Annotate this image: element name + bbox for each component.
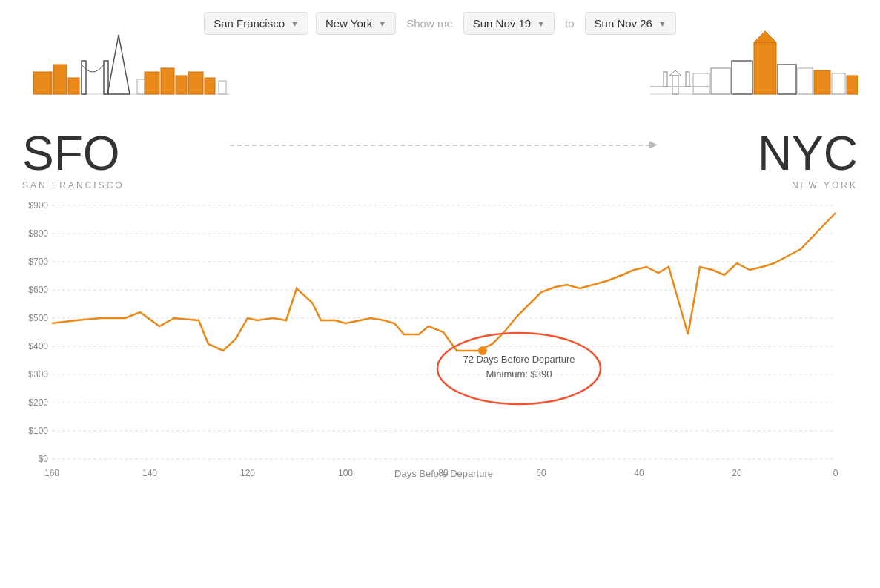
- svg-text:140: 140: [142, 468, 157, 478]
- svg-marker-25: [669, 70, 681, 76]
- to-city-arrow-icon: ▼: [378, 19, 386, 28]
- from-city-arrow-icon: ▼: [291, 19, 299, 28]
- svg-text:160: 160: [44, 468, 59, 478]
- x-axis-label: Days Before Departure: [394, 468, 493, 479]
- svg-rect-13: [219, 81, 226, 94]
- svg-text:$200: $200: [28, 397, 48, 408]
- svg-text:$0: $0: [39, 454, 49, 464]
- svg-rect-15: [754, 42, 776, 94]
- svg-text:120: 120: [240, 468, 255, 478]
- svg-rect-20: [814, 70, 830, 94]
- svg-rect-28: [686, 72, 689, 87]
- svg-text:60: 60: [536, 468, 546, 478]
- city-left: SFO SAN FRANCISCO: [22, 27, 230, 191]
- svg-text:$800: $800: [28, 228, 48, 239]
- right-city-code: NYC: [758, 130, 858, 177]
- date-from-label: Sun Nov 19: [473, 17, 531, 30]
- svg-marker-16: [754, 31, 776, 42]
- to-city-dropdown[interactable]: New York ▼: [316, 12, 396, 35]
- right-city-name: NEW YORK: [792, 180, 858, 191]
- svg-rect-29: [847, 76, 858, 94]
- svg-text:$700: $700: [28, 257, 48, 267]
- svg-text:0: 0: [833, 468, 838, 478]
- city-right: NYC NEW YORK: [650, 27, 858, 191]
- svg-rect-11: [205, 78, 215, 94]
- tooltip-line1: 72 Days Before Departure: [463, 354, 575, 365]
- tooltip-line2: Minimum: $390: [486, 369, 552, 380]
- svg-rect-18: [778, 65, 796, 94]
- left-city-code: SFO: [22, 130, 120, 177]
- svg-text:$900: $900: [28, 200, 48, 211]
- svg-rect-10: [188, 72, 203, 94]
- svg-rect-22: [711, 68, 730, 94]
- to-city-label: New York: [325, 17, 372, 30]
- svg-rect-27: [664, 72, 667, 87]
- nyc-skyline-icon: [650, 27, 858, 124]
- svg-text:100: 100: [338, 468, 353, 478]
- date-to-arrow-icon: ▼: [658, 19, 666, 28]
- svg-rect-21: [832, 73, 845, 94]
- to-connector: to: [565, 17, 575, 30]
- svg-rect-7: [145, 72, 159, 94]
- svg-rect-4: [68, 78, 79, 94]
- svg-rect-2: [33, 72, 52, 94]
- svg-text:40: 40: [634, 468, 644, 478]
- svg-rect-24: [672, 76, 678, 94]
- show-me-label: Show me: [406, 17, 453, 30]
- svg-rect-23: [693, 73, 709, 94]
- svg-text:$300: $300: [28, 369, 48, 380]
- chart-svg: $900 $800 $700 $600 $500 $400 $300 $200 …: [52, 198, 836, 457]
- svg-text:$600: $600: [28, 285, 48, 295]
- svg-rect-17: [732, 61, 752, 94]
- dashed-arrow-icon: [230, 145, 650, 146]
- date-to-label: Sun Nov 26: [595, 17, 652, 30]
- svg-text:$500: $500: [28, 313, 48, 323]
- left-city-name: SAN FRANCISCO: [22, 180, 125, 191]
- svg-rect-12: [137, 79, 145, 94]
- route-arrow: [230, 145, 650, 191]
- svg-rect-19: [798, 68, 813, 94]
- svg-rect-3: [53, 65, 67, 94]
- date-from-arrow-icon: ▼: [537, 19, 545, 28]
- sfo-skyline-icon: [22, 27, 230, 124]
- svg-rect-9: [176, 76, 187, 94]
- svg-rect-6: [104, 61, 108, 94]
- city-illustration-container: SFO SAN FRANCISCO: [0, 42, 880, 191]
- svg-text:$100: $100: [28, 426, 48, 436]
- date-from-dropdown[interactable]: Sun Nov 19 ▼: [463, 12, 555, 35]
- svg-rect-8: [161, 68, 174, 94]
- svg-text:20: 20: [732, 468, 742, 478]
- x-axis-title: Days Before Departure: [52, 466, 836, 480]
- svg-text:$400: $400: [28, 341, 48, 351]
- svg-marker-1: [107, 35, 130, 94]
- price-chart: $900 $800 $700 $600 $500 $400 $300 $200 …: [0, 191, 880, 509]
